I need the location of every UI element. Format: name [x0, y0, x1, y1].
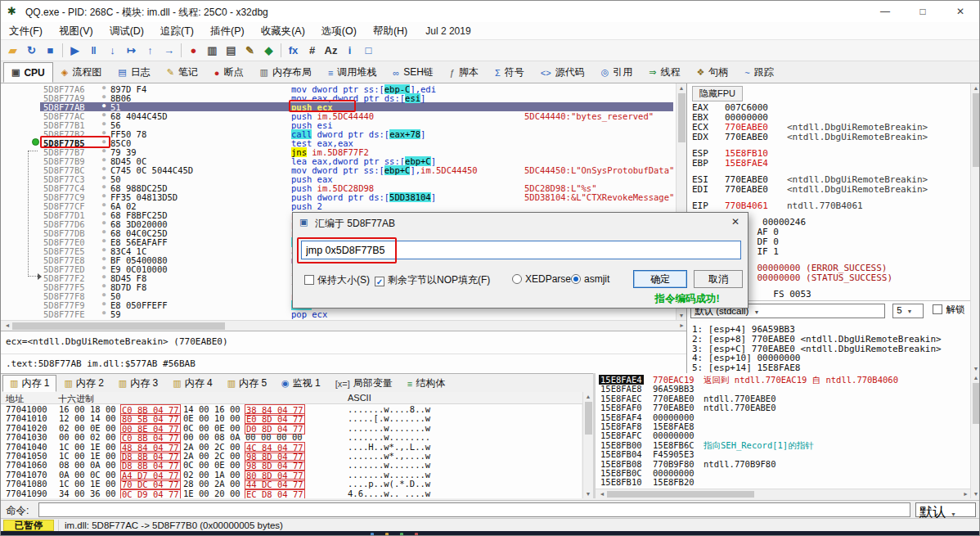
asmjit-option[interactable]: asmjit — [571, 273, 609, 285]
tab-seh[interactable]: ∞SEH链 — [384, 62, 442, 83]
breakpoint-dot-icon[interactable] — [32, 138, 39, 146]
window-icon[interactable]: □ — [359, 42, 378, 60]
disassembly-hscrollbar[interactable]: ◄ ► — [1, 320, 686, 331]
taskbar-icon[interactable] — [415, 533, 418, 536]
scroll-left-icon[interactable]: ◄ — [597, 491, 607, 497]
stack-vscrollbar[interactable]: ▲ ▼ — [970, 373, 980, 498]
scroll-right-icon[interactable]: ► — [675, 322, 685, 328]
fx-icon[interactable]: fx — [284, 42, 303, 60]
patch-icon[interactable]: ✎ — [241, 42, 259, 60]
stack-row[interactable]: 15E8FAF400000000 — [596, 412, 968, 421]
disasm-row[interactable]: 5D8F77AC●68 4044C45Dpush im.5DC444405DC4… — [1, 111, 675, 120]
menu-item-debug[interactable]: 调试(D) — [101, 22, 152, 41]
tab-breakpoints[interactable]: ●断点 — [206, 62, 252, 83]
step-out-icon[interactable]: ↑ — [141, 42, 160, 60]
menu-item-options[interactable]: 选项(O) — [313, 22, 365, 41]
close-button[interactable]: ✕ — [942, 1, 979, 22]
tab-log[interactable]: ▤日志 — [110, 62, 158, 83]
tab-call-stack[interactable]: ≡调用堆栈 — [320, 62, 384, 83]
scroll-up-icon[interactable]: ▲ — [583, 394, 593, 399]
memory-vscrollbar[interactable]: ▲ ▼ — [582, 392, 593, 498]
disasm-row[interactable]: 5D8F77B9●8D45 0Clea eax,dword ptr ss:[eb… — [1, 156, 675, 165]
tab-trace[interactable]: ~跟踪 — [736, 62, 781, 83]
stack-row[interactable]: 15E8FB1015E8FB20 — [596, 477, 968, 486]
menu-item-trace[interactable]: 追踪(T) — [152, 22, 202, 41]
memory-row[interactable]: 7704101012 00 14 0080 5B 04 770E 00 10 0… — [1, 413, 582, 422]
hash-icon[interactable]: # — [303, 42, 321, 60]
minimize-button[interactable]: — — [866, 1, 904, 22]
disasm-row[interactable]: 5D8F77CF●6A 02push 2 — [1, 201, 675, 210]
stack-row[interactable]: 15E8FAEC770EABE0ntdll.770EABE0 — [596, 394, 968, 403]
scroll-up-icon[interactable]: ▲ — [971, 85, 980, 91]
menu-item-file[interactable]: 文件(F) — [1, 22, 51, 41]
taskbar-icon[interactable] — [400, 533, 403, 536]
disasm-row[interactable]: 5D8F77C3●50push eax — [1, 174, 675, 183]
memory-row[interactable]: 7704102002 00 0E 0000 8E 04 770C 00 0E 0… — [1, 423, 582, 432]
step-into-icon[interactable]: ↓ — [103, 42, 122, 60]
taskbar-icon[interactable] — [371, 533, 374, 536]
memory-row[interactable]: 7704106008 00 0A 00D8 8B 04 770C 00 0E 0… — [1, 460, 582, 469]
tab-memory-2[interactable]: ▥内存 2 — [56, 375, 110, 392]
scroll-down-icon[interactable]: ▼ — [971, 366, 980, 372]
tab-memory-map[interactable]: ▥内存布局 — [252, 62, 320, 83]
restart-icon[interactable]: ↻ — [22, 42, 41, 60]
unlock-checkbox[interactable] — [933, 304, 942, 314]
tab-memory-4[interactable]: ▥内存 4 — [165, 375, 219, 392]
tab-struct[interactable]: ≡结构体 — [400, 375, 452, 392]
nop-fill-checkbox[interactable]: ✓ — [375, 277, 384, 286]
scroll-down-icon[interactable]: ▼ — [971, 491, 980, 497]
register-row-edi[interactable]: EDI770EABE0<ntdll.DbgUiRemoteBreakin> — [692, 185, 928, 195]
stack-row[interactable]: 15E8FAF815E8FAE8 — [596, 421, 968, 430]
disasm-row[interactable]: 5D8F77C4●68 988DC25Dpush im.5DC28D985DC2… — [1, 183, 675, 192]
memory-dump[interactable]: 7704100016 00 18 00C0 8B 04 7714 00 16 0… — [1, 404, 582, 498]
info-icon[interactable]: i — [340, 42, 359, 60]
menu-item-plugins[interactable]: 插件(P) — [202, 22, 253, 41]
scroll-right-icon[interactable]: ► — [959, 491, 969, 497]
disasm-row[interactable]: 5D8F77C9●FF35 04813D5Dpush dword ptr ds:… — [1, 192, 675, 201]
nop-fill-option[interactable]: ✓剩余字节以NOP填充(F) — [375, 273, 490, 287]
tab-memory-1[interactable]: ▥内存 1 — [2, 375, 56, 392]
tab-watch-1[interactable]: ◉监视 1 — [274, 375, 328, 392]
shield-icon[interactable]: ◆ — [259, 42, 278, 60]
tab-locals[interactable]: [x=]局部变量 — [328, 375, 400, 392]
command-combo[interactable]: 默认▼ — [915, 502, 976, 517]
tab-memory-5[interactable]: ▥内存 5 — [220, 375, 274, 392]
disasm-row[interactable]: 5D8F77B1●56push esi — [1, 120, 675, 129]
dialog-titlebar[interactable]: ▣ 汇编于 5D8F77AB ✕ — [293, 213, 748, 232]
disasm-row[interactable]: 5D8F77B7●79 39jns im.5D8F77F2 — [1, 147, 675, 156]
step-over-icon[interactable]: ↦ — [122, 42, 141, 60]
scroll-down-icon[interactable]: ▼ — [677, 313, 686, 318]
memory-row[interactable]: 7704103000 00 02 00C0 8B 04 7700 00 08 0… — [1, 432, 582, 441]
scroll-down-icon[interactable]: ▼ — [583, 491, 593, 497]
stack-panel[interactable]: 15E8FAE4770EAC19返回到 ntdll.770EAC19 自 ntd… — [596, 373, 980, 498]
disasm-row[interactable]: 5D8F77A6●897D F4mov dword ptr ss:[ebp-C]… — [1, 84, 675, 93]
stack-row[interactable]: 15E8FB0C00000000 — [596, 468, 968, 477]
run-icon[interactable]: ▶ — [65, 42, 84, 60]
menu-item-view[interactable]: 视图(V) — [51, 22, 101, 41]
xedparse-radio[interactable] — [512, 274, 522, 284]
asmjit-radio[interactable] — [571, 274, 581, 284]
stack-row[interactable]: 15E8FB04F45905E3 — [596, 449, 968, 458]
log-icon[interactable]: ▤ — [222, 42, 241, 60]
disasm-row[interactable]: 5D8F77BC●C745 0C 5044C45Dmov dword ptr s… — [1, 165, 675, 174]
memory-map-icon[interactable]: ▥ — [203, 42, 222, 60]
memory-row[interactable]: 770410501C 00 1E 00D8 8B 04 772A 00 2C 0… — [1, 451, 582, 460]
tab-source[interactable]: <>源代码 — [533, 62, 593, 83]
tab-symbols[interactable]: Σ符号 — [487, 62, 533, 83]
tab-cpu[interactable]: ▣CPU — [3, 62, 53, 83]
command-input[interactable] — [38, 502, 910, 517]
maximize-button[interactable]: □ — [904, 1, 942, 22]
breakpoint-icon[interactable]: ● — [184, 42, 203, 60]
stack-row[interactable]: 15E8FAE4770EAC19返回到 ntdll.770EAC19 自 ntd… — [596, 375, 968, 384]
stack-hscrollbar[interactable]: ◄ ► — [596, 489, 970, 498]
stack-row[interactable]: 15E8FAFC00000000 — [596, 430, 968, 439]
stack-arg-5[interactable]: 5: [esp+14] 15E8FAE8 — [692, 363, 942, 373]
memory-row[interactable]: 770410401C 00 1E 0048 84 04 772A 00 2C 0… — [1, 442, 582, 451]
memory-row[interactable]: 770410801C 00 1E 0070 DC 04 7728 00 2A 0… — [1, 479, 582, 488]
stack-arg-2[interactable]: 2: [esp+8] 770EABE0 <ntdll.DbgUiRemoteBr… — [692, 335, 942, 345]
menu-item-favourites[interactable]: 收藏夹(A) — [253, 22, 313, 41]
keep-size-checkbox[interactable] — [304, 275, 314, 285]
scroll-up-icon[interactable]: ▲ — [677, 85, 686, 91]
memory-row[interactable]: 7704109034 00 36 000C D9 04 771E 00 20 0… — [1, 489, 582, 498]
memory-row[interactable]: 770410700A 00 0C 00A4 D7 04 7702 00 1A 0… — [1, 470, 582, 479]
